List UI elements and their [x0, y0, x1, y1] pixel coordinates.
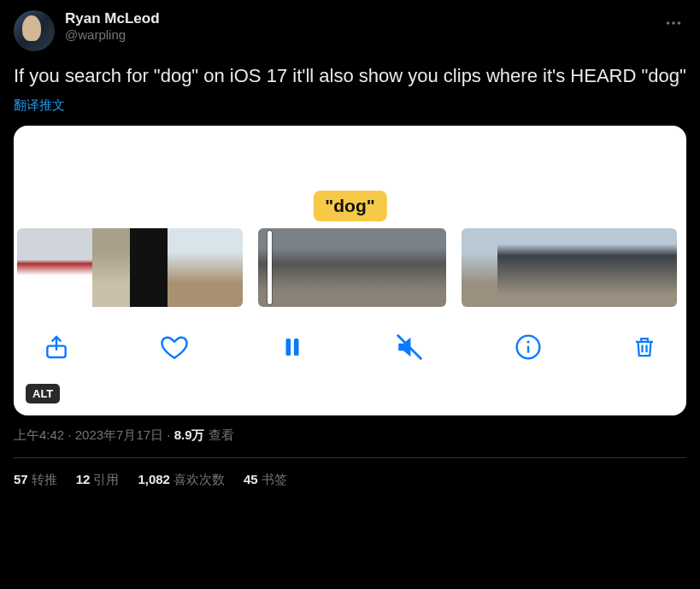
media-toolbar [14, 310, 686, 370]
likes-label: 喜欢次数 [174, 472, 225, 486]
divider [14, 457, 686, 458]
tweet-meta: 上午4:42 · 2023年7月17日 · 8.9万 查看 [14, 427, 686, 444]
author-name-block[interactable]: Ryan McLeod @warpling [65, 10, 650, 42]
quotes-count: 12 [76, 472, 91, 486]
retweets-stat[interactable]: 57转推 [14, 472, 57, 488]
bookmarks-label: 书签 [262, 472, 287, 486]
video-frame [205, 228, 243, 307]
video-frame [352, 228, 399, 307]
tweet-text: If you search for "dog" on iOS 17 it'll … [14, 63, 686, 89]
display-name: Ryan McLeod [65, 10, 650, 27]
pause-icon[interactable] [279, 334, 305, 360]
video-frame [130, 228, 168, 307]
handle: @warpling [65, 27, 650, 42]
svg-point-0 [667, 21, 670, 25]
views-label: 查看 [209, 427, 234, 442]
bookmarks-stat[interactable]: 45书签 [244, 472, 287, 488]
tweet-time[interactable]: 上午4:42 [14, 427, 64, 442]
video-frame [462, 228, 497, 307]
share-icon[interactable] [43, 333, 70, 361]
video-frame [92, 228, 130, 307]
video-frame [533, 228, 569, 307]
likes-count: 1,082 [138, 472, 170, 486]
svg-rect-4 [285, 339, 291, 356]
clip-group[interactable] [462, 228, 677, 307]
video-frame [168, 228, 205, 307]
likes-stat[interactable]: 1,082喜欢次数 [138, 472, 225, 488]
caption-area: "dog" [14, 126, 686, 228]
video-frame [497, 228, 533, 307]
tweet-container: Ryan McLeod @warpling If you search for … [0, 0, 700, 498]
video-frame [258, 228, 305, 307]
svg-point-9 [526, 340, 529, 343]
tweet-date[interactable]: 2023年7月17日 [75, 427, 163, 442]
translate-link[interactable]: 翻译推文 [14, 97, 686, 114]
quotes-stat[interactable]: 12引用 [76, 472, 120, 488]
video-frame [569, 228, 605, 307]
video-frame [305, 228, 352, 307]
svg-point-2 [678, 21, 681, 25]
alt-badge[interactable]: ALT [26, 384, 60, 403]
video-frame [399, 228, 446, 307]
video-frame [605, 228, 641, 307]
views-count: 8.9万 [174, 427, 205, 442]
bookmarks-count: 45 [244, 472, 258, 486]
heart-icon[interactable] [160, 333, 189, 362]
tweet-header: Ryan McLeod @warpling [14, 10, 686, 51]
video-frame [55, 228, 92, 307]
trash-icon[interactable] [632, 334, 657, 360]
retweets-count: 57 [14, 472, 28, 486]
media-card[interactable]: "dog" [14, 126, 686, 415]
svg-rect-5 [294, 339, 299, 356]
svg-point-1 [672, 21, 675, 25]
video-frame [641, 228, 677, 307]
retweets-label: 转推 [32, 472, 57, 486]
info-icon[interactable] [515, 333, 542, 361]
clip-group-active[interactable] [258, 228, 446, 307]
video-timeline[interactable] [14, 228, 686, 310]
mute-icon[interactable] [395, 333, 424, 362]
avatar[interactable] [14, 10, 55, 51]
quotes-label: 引用 [93, 472, 119, 486]
more-icon[interactable] [661, 10, 686, 40]
caption-pill: "dog" [313, 191, 386, 221]
video-frame [17, 228, 55, 307]
clip-group[interactable] [17, 228, 243, 307]
playhead[interactable] [268, 231, 272, 304]
stats-row: 57转推 12引用 1,082喜欢次数 45书签 [14, 472, 686, 488]
